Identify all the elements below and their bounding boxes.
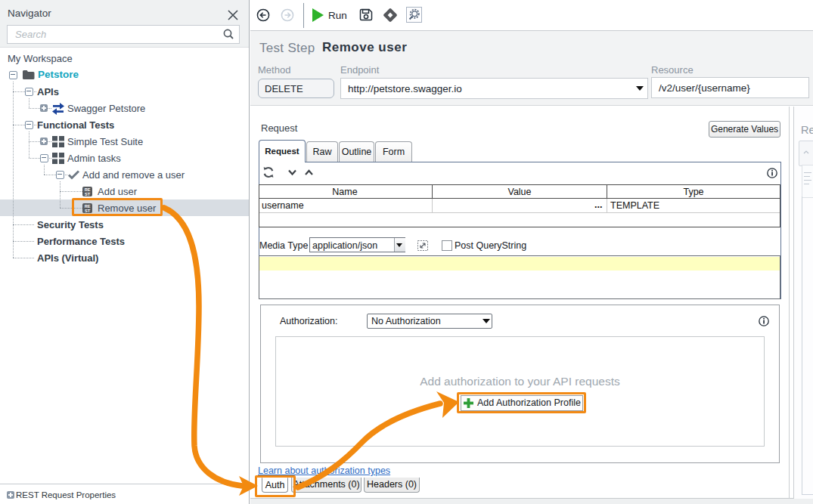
svg-text:ST: ST xyxy=(85,192,91,196)
